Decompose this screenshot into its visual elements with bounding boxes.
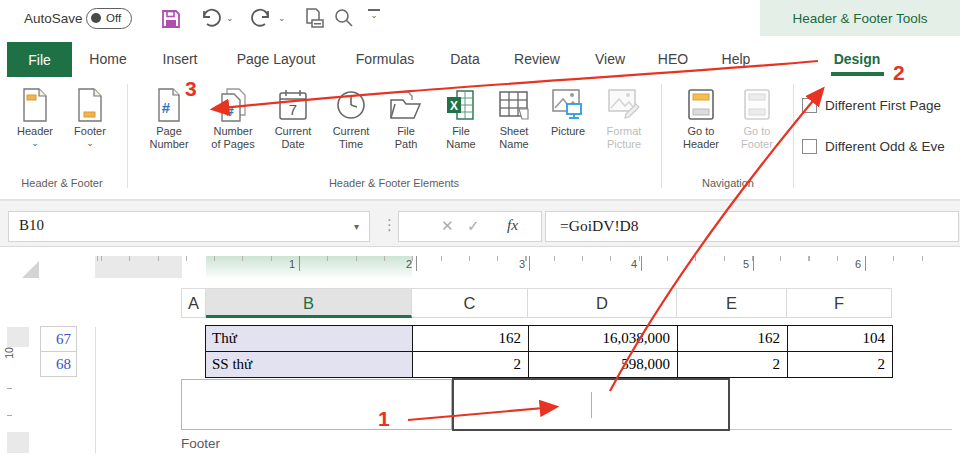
column-header-d[interactable]: D (528, 288, 677, 318)
redo-icon[interactable] (250, 7, 274, 31)
ruler-tick (416, 256, 417, 271)
button-label: Path (395, 138, 418, 151)
undo-dropdown-icon[interactable]: ⌄ (226, 13, 234, 23)
tab-view[interactable]: View (595, 41, 625, 77)
button-label: Page (156, 125, 182, 138)
footer-button[interactable]: Footer ⌄ (65, 84, 115, 147)
file-name-button[interactable]: X File Name (436, 84, 486, 151)
name-box-dropdown-icon[interactable]: ▾ (354, 221, 359, 232)
redo-dropdown-icon[interactable]: ⌄ (278, 13, 286, 23)
file-path-button[interactable]: File Path (382, 84, 430, 151)
different-first-page-label: Different First Page (825, 98, 941, 113)
cell-d67[interactable]: 16,038,000 (529, 326, 678, 352)
footer-section-left[interactable] (181, 379, 452, 430)
name-box[interactable]: B10 ▾ (8, 211, 370, 242)
formula-input[interactable]: =GoiDV!D8 (545, 211, 959, 242)
tab-home[interactable]: Home (89, 41, 126, 77)
insert-function-icon[interactable]: fx (507, 216, 518, 234)
formula-bar: B10 ▾ ⋮ ✕ ✓ fx =GoiDV!D8 (0, 200, 960, 247)
tab-insert[interactable]: Insert (162, 41, 197, 77)
vertical-ruler-margin (7, 432, 29, 453)
undo-icon[interactable] (198, 7, 222, 31)
current-time-button[interactable]: Current Time (323, 84, 379, 151)
button-label: of Pages (211, 138, 254, 151)
button-label: File (452, 125, 470, 138)
header-button[interactable]: Header ⌄ (10, 84, 60, 147)
enter-icon[interactable]: ✓ (467, 217, 480, 235)
button-label: Go to (688, 125, 715, 138)
customize-qat-icon[interactable]: ⌄ (366, 9, 382, 20)
number-of-pages-button[interactable]: # Number of Pages (201, 84, 265, 151)
group-separator (793, 84, 794, 188)
column-header-a[interactable]: A (181, 288, 206, 318)
cell-b67[interactable]: Thử (206, 326, 413, 352)
header-icon (21, 84, 49, 122)
ruler-tick (7, 388, 12, 389)
ruler-tick (529, 256, 530, 271)
different-first-page-checkbox[interactable] (802, 98, 817, 113)
file-path-icon (388, 84, 424, 122)
column-header-c[interactable]: C (412, 288, 528, 318)
svg-text:#: # (162, 99, 171, 116)
tab-page-layout[interactable]: Page Layout (237, 41, 316, 77)
vertical-ruler-margin (7, 327, 29, 347)
button-label: Header (683, 138, 719, 151)
quick-access-toolbar: AutoSave Off ⌄ ⌄ (0, 0, 960, 41)
autosave-label: AutoSave (24, 11, 83, 26)
button-label: Footer (741, 138, 773, 151)
file-name-icon: X (445, 84, 477, 122)
different-odd-even-checkbox[interactable] (802, 139, 817, 154)
tab-file[interactable]: File (7, 42, 72, 77)
tab-heo[interactable]: HEO (658, 41, 688, 77)
cell-b68[interactable]: SS thử (206, 352, 413, 378)
autosave-toggle[interactable]: Off (86, 8, 132, 29)
cell-f67[interactable]: 104 (788, 326, 893, 352)
formula-value: =GoiDV!D8 (560, 217, 638, 235)
ruler-tick (299, 256, 300, 271)
go-to-header-button[interactable]: Go to Header (674, 84, 728, 151)
column-header-b[interactable]: B (206, 288, 412, 318)
formula-bar-dots-icon[interactable]: ⋮ (382, 216, 397, 234)
group-label-navigation: Navigation (702, 177, 754, 189)
svg-text:7: 7 (289, 101, 297, 118)
row-header-67[interactable]: 67 (40, 326, 77, 352)
tab-formulas[interactable]: Formulas (356, 41, 414, 77)
button-label: Go to (744, 125, 771, 138)
ruler-tick (753, 256, 754, 271)
ruler-number: 6 (841, 258, 861, 270)
number-of-pages-icon: # (218, 84, 248, 122)
tab-review[interactable]: Review (514, 41, 560, 77)
cell-c67[interactable]: 162 (413, 326, 529, 352)
ruler-tick (7, 415, 12, 416)
cancel-icon[interactable]: ✕ (441, 217, 454, 235)
cell-d68[interactable]: 598,000 (529, 352, 678, 378)
button-label: Time (339, 138, 363, 151)
ruler-number: 2 (392, 258, 412, 270)
button-label: Number (149, 138, 188, 151)
formula-controls: ✕ ✓ fx (398, 211, 542, 242)
button-label: File (397, 125, 415, 138)
current-date-button[interactable]: 7 Current Date (265, 84, 321, 151)
svg-text:X: X (450, 99, 458, 113)
sheet-name-button[interactable]: Sheet Name (489, 84, 539, 151)
tab-data[interactable]: Data (450, 41, 480, 77)
chevron-down-icon: ⌄ (86, 139, 94, 147)
search-icon[interactable] (333, 7, 357, 31)
cell-e67[interactable]: 162 (678, 326, 788, 352)
tab-help[interactable]: Help (722, 41, 751, 77)
group-label-header-footer: Header & Footer (21, 177, 102, 189)
column-header-e[interactable]: E (677, 288, 787, 318)
ruler-tick (641, 256, 642, 271)
row-header-68[interactable]: 68 (40, 352, 77, 378)
save-icon[interactable] (159, 7, 183, 31)
format-picture-icon (606, 84, 642, 122)
cell-c68[interactable]: 2 (413, 352, 529, 378)
header-button-label: Header (17, 125, 53, 138)
page-number-button[interactable]: # Page Number (140, 84, 198, 151)
cell-e68[interactable]: 2 (678, 352, 788, 378)
column-header-f[interactable]: F (787, 288, 892, 318)
button-label: Sheet (500, 125, 529, 138)
picture-button[interactable]: Picture (542, 84, 594, 138)
print-preview-icon[interactable] (302, 7, 326, 31)
cell-f68[interactable]: 2 (788, 352, 893, 378)
